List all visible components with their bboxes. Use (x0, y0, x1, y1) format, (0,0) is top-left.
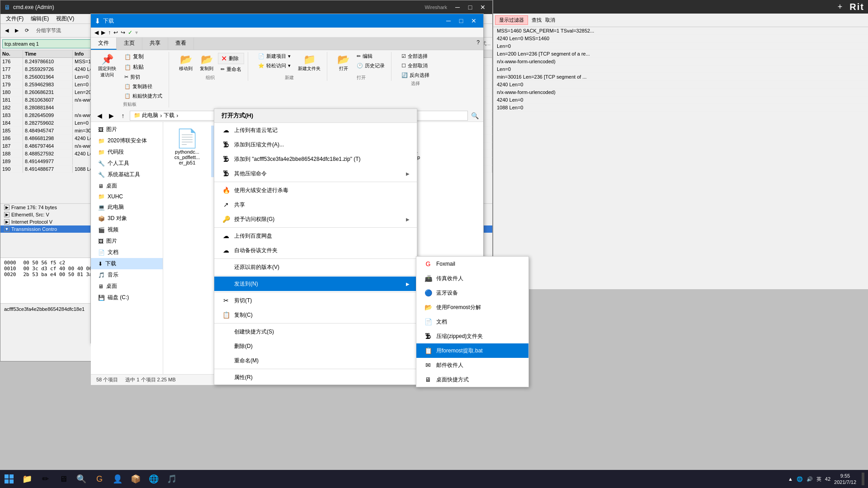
network-icon[interactable]: 🌐 (797, 476, 803, 482)
fe-check-icon[interactable]: ✓ (128, 29, 132, 36)
taskbar-clock[interactable]: 9:55 2021/7/12 (834, 473, 856, 486)
btn-new-folder[interactable]: 📁 新建文件夹 (295, 52, 323, 74)
ctx-sendto-foremost-bat[interactable]: 📋 用foremost提取.bat (416, 343, 528, 358)
ws-right-row[interactable]: 1088 Len=0 (493, 104, 868, 112)
ws-toolbar-btn2[interactable]: ▶ (12, 25, 21, 36)
battery-indicator[interactable]: 42 (825, 476, 830, 482)
ctx-item-restore[interactable]: 还原以前的版本(V) (214, 260, 417, 274)
taskbar-item-music[interactable]: 🎵 (163, 470, 181, 488)
tab-view[interactable]: 查看 (168, 38, 194, 50)
btn-invert-select[interactable]: 🔄 反向选择 (399, 71, 432, 80)
taskbar-item-search[interactable]: 🔍 (72, 470, 90, 488)
fe-up-icon[interactable]: ↑ (108, 29, 111, 36)
taskbar-item-store[interactable]: 📦 (127, 470, 145, 488)
ws-toolbar-btn3[interactable]: ⟳ (22, 25, 32, 36)
ctx-sendto-bluetooth[interactable]: 🔵 蓝牙设备 (416, 286, 528, 300)
sidebar-item-pictures[interactable]: 🖼图片 (91, 124, 163, 135)
btn-move-to[interactable]: 📂 移动到 (176, 52, 195, 74)
volume-icon[interactable]: 🔊 (807, 476, 813, 482)
fe-close-btn[interactable]: ✕ (468, 16, 480, 25)
fe-restore-btn[interactable]: □ (455, 16, 467, 25)
ctx-sendto-foxmail[interactable]: G Foxmail (416, 257, 528, 271)
ctx-sendto-docs[interactable]: 📄 文档 (416, 314, 528, 329)
ws-right-btn1[interactable]: + (838, 2, 843, 12)
ws-close-btn[interactable]: ✕ (477, 3, 489, 12)
ws-right-row[interactable]: 4240 Len=0 (493, 96, 868, 104)
ws-right-row[interactable]: 4240 Len=0 (493, 81, 868, 89)
sidebar-item-download[interactable]: ⬇下载 (91, 258, 163, 269)
expand-icon[interactable]: ▼ (4, 226, 9, 232)
ctx-sendto-desktop[interactable]: 🖥 桌面快捷方式 (416, 372, 528, 387)
sidebar-item-pics[interactable]: 🖼图片 (91, 235, 163, 247)
sidebar-item-disk[interactable]: 💾磁盘 (C:) (91, 292, 163, 303)
sidebar-item-desktop[interactable]: 🖥桌面 (91, 180, 163, 192)
sidebar-item-sys-tools[interactable]: 🔧系统基础工具 (91, 169, 163, 180)
ws-menu-edit[interactable]: 编辑(E) (27, 14, 52, 23)
ctx-item-create-shortcut[interactable]: 创建快捷方式(S) (214, 324, 417, 339)
fe-forward-btn[interactable]: ▶ (106, 111, 116, 121)
ws-right-row[interactable]: Len=0 (493, 42, 868, 50)
fe-redo-icon[interactable]: ↪ (121, 29, 125, 36)
tray-icons[interactable]: ▲ (788, 476, 793, 482)
ws-right-search[interactable]: 查找 (532, 17, 542, 23)
lang-indicator[interactable]: 英 (816, 476, 821, 483)
ctx-item-properties[interactable]: 属性(R) (214, 370, 417, 385)
ws-menu-view[interactable]: 视图(V) (52, 14, 78, 23)
fe-item-python[interactable]: 📄 pythondc...cs_pdflett...er_jb51 (167, 126, 208, 177)
ctx-item-cut[interactable]: ✂ 剪切(T) (214, 293, 417, 308)
expand-icon[interactable]: ▶ (4, 205, 9, 210)
ctx-item-auto-backup[interactable]: ☁ 自动备份该文件夹 (214, 243, 417, 258)
fe-path-download[interactable]: 下载 (164, 112, 175, 119)
fe-minimize-btn[interactable]: ─ (443, 16, 454, 25)
sidebar-item-desktop2[interactable]: 🖥桌面 (91, 281, 163, 292)
ctx-item-antivirus[interactable]: 🔥 使用火绒安全进行杀毒 (214, 183, 417, 197)
ctx-item-copy[interactable]: 📋 复制(C) (214, 308, 417, 322)
ws-right-row[interactable]: MSS=1460 SACK_PERM=1 TSval=32852... (493, 27, 868, 35)
btn-pin-quick-access[interactable]: 📌 固定到快速访问 (94, 52, 120, 100)
tab-home[interactable]: 主页 (117, 38, 142, 50)
btn-easy-access[interactable]: ⭐ 轻松访问 ▾ (255, 61, 293, 70)
sidebar-item-personal-tools[interactable]: 🔧个人工具 (91, 158, 163, 169)
ws-toolbar-btn1[interactable]: ◀ (2, 25, 11, 36)
btn-copy[interactable]: 📋 复制 (122, 52, 165, 61)
start-button[interactable] (0, 470, 18, 488)
taskbar-item-monitor[interactable]: 🖥 (54, 470, 72, 488)
ws-right-row[interactable]: Len=200 Len=236 [TCP segment of a re... (493, 50, 868, 58)
sidebar-item-3d[interactable]: 📦3D 对象 (91, 213, 163, 224)
ctx-item-add-zip[interactable]: 🗜 添加到 "acfff53ce3fa4e2bbe8654284dfc18e1.… (214, 152, 417, 166)
sidebar-item-video[interactable]: 🎬视频 (91, 224, 163, 235)
ws-right-filter[interactable]: 显示过滤器 (495, 15, 528, 25)
ctx-sendto-foremost[interactable]: 📂 使用Foremost分解 (416, 300, 528, 314)
tab-file[interactable]: 文件 (91, 38, 117, 50)
ws-right-row[interactable]: Len=0 (493, 66, 868, 73)
ws-right-row[interactable]: n/x-www-form-urlencoded) (493, 89, 868, 96)
ctx-item-grant-access[interactable]: 🔑 授予访问权限(G) ▶ (214, 212, 417, 226)
taskbar-item-explorer[interactable]: 📁 (18, 470, 36, 488)
taskbar-item-notepad[interactable]: ✏ (36, 470, 54, 488)
expand-icon[interactable]: ▶ (4, 219, 9, 225)
ctx-item-other-compress[interactable]: 🗜 其他压缩命令 ▶ (214, 166, 417, 181)
btn-new-item[interactable]: 📄 新建项目 ▾ (255, 52, 293, 61)
ctx-item-youdao[interactable]: ☁ 上传到有道云笔记 (214, 123, 417, 137)
fe-path-computer[interactable]: 📁 此电脑 (134, 112, 158, 119)
ws-right-row[interactable]: min=30016 Len=236 [TCP segment of ... (493, 73, 868, 81)
sidebar-item-2020[interactable]: 📁2020博联安全体 (91, 135, 163, 146)
btn-copy-path[interactable]: 📋 复制路径 (122, 82, 165, 91)
btn-rename[interactable]: ✏ 重命名 (218, 65, 244, 74)
btn-select-all[interactable]: ☑ 全部选择 (399, 52, 432, 61)
show-desktop-btn[interactable] (862, 473, 864, 485)
btn-delete[interactable]: ✕ 删除 (218, 53, 244, 64)
btn-paste[interactable]: 📋 粘贴 (122, 62, 165, 72)
ctx-sendto-fax[interactable]: 📠 传真收件人 (416, 271, 528, 286)
ctx-item-rename[interactable]: 重命名(M) (214, 353, 417, 368)
ctx-item-delete[interactable]: 删除(D) (214, 339, 417, 353)
ws-right-cancel[interactable]: 取消 (545, 17, 555, 23)
btn-copy-to[interactable]: 📂 复制到 (197, 52, 216, 74)
fe-back-icon[interactable]: ◀ (94, 29, 99, 36)
fe-help-btn[interactable]: ? (473, 38, 483, 50)
sidebar-item-docs[interactable]: 📄文档 (91, 247, 163, 258)
sidebar-item-code[interactable]: 📁代码段 (91, 146, 163, 158)
btn-open[interactable]: 📂 打开 (335, 52, 352, 74)
sidebar-item-xuhc[interactable]: 📁XUHC (91, 192, 163, 202)
btn-paste-shortcut[interactable]: 📋 粘贴快捷方式 (122, 92, 165, 100)
